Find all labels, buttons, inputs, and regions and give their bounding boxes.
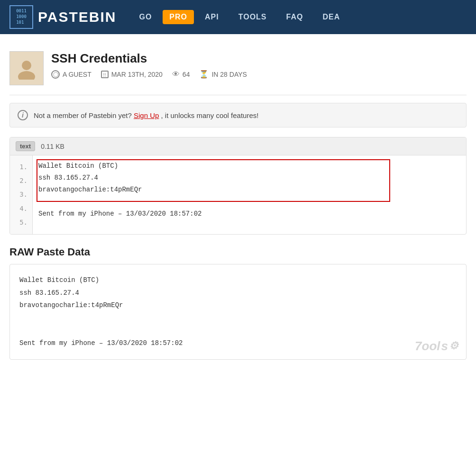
code-line-3: bravotangocharlie:t4pRmEQr [38, 184, 460, 196]
code-line-1: Wallet Bitcoin (BTC) [38, 160, 460, 172]
clock-icon: ⏳ [199, 70, 209, 79]
line-numbers: 1. 2. 3. 4. 5. [10, 155, 33, 234]
nav-faq[interactable]: FAQ [278, 9, 312, 25]
avatar [9, 51, 44, 85]
raw-line-4 [19, 312, 457, 325]
paste-meta: SSH Credentials ◯ A GUEST ☷ MAR 13TH, 20… [51, 51, 467, 79]
code-line-2: ssh 83.165.27.4 [38, 172, 460, 184]
signup-link[interactable]: Sign Up [134, 111, 159, 119]
paste-expiry-item: ⏳ IN 28 DAYS [199, 70, 247, 79]
notice-bar: i Not a member of Pastebin yet? Sign Up … [9, 103, 467, 127]
person-icon: ◯ [51, 70, 60, 79]
paste-date-item: ☷ MAR 13TH, 2020 [101, 71, 163, 78]
nav-tools[interactable]: TOOLS [230, 9, 275, 25]
raw-line-1: Wallet Bitcoin (BTC) [19, 274, 457, 287]
raw-line-5 [19, 324, 457, 337]
nav-dea[interactable]: DEA [314, 9, 348, 25]
nav-go[interactable]: GO [130, 9, 160, 25]
raw-line-6: Sent from my iPhone – 13/03/2020 18:57:0… [19, 337, 457, 350]
raw-section-title: RAW Paste Data [9, 246, 467, 258]
notice-text-before: Not a member of Pastebin yet? [34, 111, 132, 119]
code-line-4 [38, 196, 460, 208]
svg-point-0 [22, 61, 31, 70]
paste-author: A GUEST [63, 71, 92, 78]
paste-views-item: 👁 64 [172, 70, 190, 79]
paste-views: 64 [183, 71, 190, 78]
paste-date: MAR 13TH, 2020 [111, 71, 163, 78]
calendar-icon: ☷ [101, 71, 109, 78]
raw-block: Wallet Bitcoin (BTC) ssh 83.165.27.4 bra… [9, 264, 467, 360]
code-block: text 0.11 KB 1. 2. 3. 4. 5. Wallet Bitco… [9, 137, 467, 235]
gear-icon: ⚙ [449, 340, 458, 352]
raw-line-3: bravotangocharlie:t4pRmEQr [19, 299, 457, 312]
paste-title: SSH Credentials [51, 51, 467, 66]
notice-text-after: , it unlocks many cool features! [161, 111, 259, 119]
navbar: 00111000101 PASTEBIN GO PRO API TOOLS FA… [0, 0, 476, 34]
line-num-5: 5. [10, 216, 32, 229]
brand: 00111000101 PASTEBIN [9, 5, 116, 29]
watermark-text: 7ool [415, 339, 440, 354]
paste-expiry: IN 28 DAYS [211, 71, 247, 78]
eye-icon: 👁 [172, 70, 180, 79]
code-lines: Wallet Bitcoin (BTC) ssh 83.165.27.4 bra… [33, 155, 466, 234]
code-line-5: Sent from my iPhone – 13/03/2020 18:57:0… [38, 208, 460, 220]
line-num-3: 3. [10, 188, 32, 201]
brand-name: PASTEBIN [38, 9, 116, 25]
info-icon: i [18, 110, 28, 120]
watermark: 7ools ⚙ [415, 339, 458, 354]
code-content: 1. 2. 3. 4. 5. Wallet Bitcoin (BTC) ssh … [10, 155, 466, 234]
watermark-s: s [441, 339, 448, 354]
paste-author-item: ◯ A GUEST [51, 70, 92, 79]
nav-api[interactable]: API [196, 9, 228, 25]
code-toolbar: text 0.11 KB [10, 137, 466, 155]
svg-point-1 [18, 71, 35, 80]
nav-pro[interactable]: PRO [163, 10, 194, 24]
line-num-1: 1. [10, 160, 32, 174]
line-num-2: 2. [10, 174, 32, 188]
raw-line-2: ssh 83.165.27.4 [19, 287, 457, 300]
code-size: 0.11 KB [41, 143, 64, 150]
main-content: SSH Credentials ◯ A GUEST ☷ MAR 13TH, 20… [0, 34, 476, 369]
nav-menu: GO PRO API TOOLS FAQ DEA [130, 9, 348, 25]
logo-icon: 00111000101 [9, 5, 33, 29]
paste-header: SSH Credentials ◯ A GUEST ☷ MAR 13TH, 20… [9, 44, 467, 95]
notice-text: Not a member of Pastebin yet? Sign Up , … [34, 111, 258, 119]
paste-info: ◯ A GUEST ☷ MAR 13TH, 2020 👁 64 ⏳ IN 28 … [51, 70, 467, 79]
code-type-badge: text [16, 141, 35, 151]
line-num-4: 4. [10, 202, 32, 216]
